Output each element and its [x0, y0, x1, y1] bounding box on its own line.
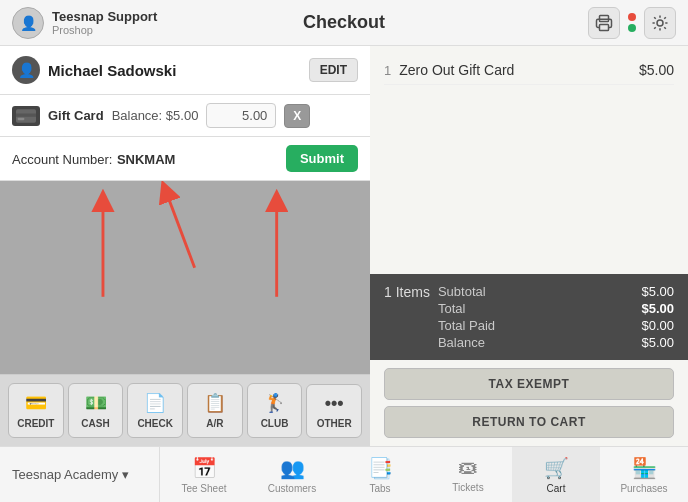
cart-icon: 🛒 — [544, 456, 569, 480]
club-label: CLUB — [261, 418, 289, 429]
action-buttons: TAX EXEMPT RETURN TO CART — [370, 360, 688, 446]
ar-button[interactable]: 📋 A/R — [187, 383, 243, 438]
edit-customer-button[interactable]: EDIT — [309, 58, 358, 82]
customer-info: 👤 Michael Sadowski — [12, 56, 176, 84]
svg-rect-1 — [600, 24, 609, 30]
status-dot-green — [628, 24, 636, 32]
right-panel: 1 Zero Out Gift Card $5.00 1 Items Subto… — [370, 46, 688, 446]
tickets-label: Tickets — [452, 482, 483, 493]
customer-row: 👤 Michael Sadowski EDIT — [0, 46, 370, 95]
return-to-cart-button[interactable]: RETURN TO CART — [384, 406, 674, 438]
cash-button[interactable]: 💵 CASH — [68, 383, 124, 438]
cash-icon: 💵 — [85, 392, 107, 414]
cart-label: Cart — [547, 483, 566, 494]
header: 👤 Teesnap Support Proshop Checkout — [0, 0, 688, 46]
customers-label: Customers — [268, 483, 316, 494]
club-icon: 🏌 — [264, 392, 286, 414]
credit-icon: 💳 — [25, 392, 47, 414]
nav-tabs[interactable]: 📑 Tabs — [336, 447, 424, 502]
svg-line-8 — [166, 191, 195, 268]
nav-cart[interactable]: 🛒 Cart — [512, 447, 600, 502]
customer-avatar: 👤 — [12, 56, 40, 84]
other-label: OTHER — [317, 418, 352, 429]
gift-card-label: Gift Card — [48, 108, 104, 123]
item-name: Zero Out Gift Card — [399, 62, 631, 78]
subtotal-value: $5.00 — [574, 284, 674, 299]
gift-card-icon — [12, 106, 40, 126]
tabs-icon: 📑 — [368, 456, 393, 480]
club-button[interactable]: 🏌 CLUB — [247, 383, 303, 438]
settings-button[interactable] — [644, 7, 676, 39]
ar-icon: 📋 — [204, 392, 226, 414]
bottom-nav: Teesnap Academy ▾ 📅 Tee Sheet 👥 Customer… — [0, 446, 688, 502]
table-row: 1 Zero Out Gift Card $5.00 — [384, 56, 674, 85]
dropdown-chevron-icon: ▾ — [122, 467, 129, 482]
ar-label: A/R — [206, 418, 223, 429]
nav-purchases[interactable]: 🏪 Purchases — [600, 447, 688, 502]
tee-sheet-label: Tee Sheet — [181, 483, 226, 494]
balance-value: $5.00 — [574, 335, 674, 350]
total-paid-key: Total Paid — [438, 318, 562, 333]
header-user-sub: Proshop — [52, 24, 157, 36]
svg-rect-5 — [18, 117, 25, 120]
other-button[interactable]: ••• OTHER — [306, 384, 362, 438]
header-left: 👤 Teesnap Support Proshop — [12, 7, 157, 39]
summary-totals: Subtotal $5.00 Total $5.00 Total Paid $0… — [438, 284, 674, 350]
check-label: CHECK — [137, 418, 173, 429]
check-button[interactable]: 📄 CHECK — [127, 383, 183, 438]
payment-row: 💳 CREDIT 💵 CASH 📄 CHECK 📋 A/R 🏌 CLUB ••• — [0, 374, 370, 446]
gift-card-clear-button[interactable]: X — [284, 104, 310, 128]
user-avatar: 👤 — [12, 7, 44, 39]
summary-top: 1 Items Subtotal $5.00 Total $5.00 Total… — [384, 284, 674, 350]
total-key: Total — [438, 301, 562, 316]
header-icons — [588, 7, 676, 39]
item-number: 1 — [384, 63, 391, 78]
purchases-icon: 🏪 — [632, 456, 657, 480]
account-info: Account Number: SNKMAM — [12, 150, 175, 168]
tee-sheet-icon: 📅 — [192, 456, 217, 480]
gray-area — [0, 181, 370, 374]
order-items: 1 Zero Out Gift Card $5.00 — [370, 46, 688, 274]
credit-button[interactable]: 💳 CREDIT — [8, 383, 64, 438]
tickets-icon: 🎟 — [458, 456, 478, 479]
other-icon: ••• — [325, 393, 344, 414]
customer-name: Michael Sadowski — [48, 62, 176, 79]
main-content: 👤 Michael Sadowski EDIT Gift Card Balanc… — [0, 46, 688, 446]
gift-card-balance: Balance: $5.00 — [112, 108, 199, 123]
credit-label: CREDIT — [17, 418, 54, 429]
account-row: Account Number: SNKMAM Submit — [0, 137, 370, 181]
total-value: $5.00 — [574, 301, 674, 316]
total-paid-value: $0.00 — [574, 318, 674, 333]
customers-icon: 👥 — [280, 456, 305, 480]
account-label: Account Number: — [12, 152, 112, 167]
tabs-label: Tabs — [369, 483, 390, 494]
subtotal-key: Subtotal — [438, 284, 562, 299]
summary-panel: 1 Items Subtotal $5.00 Total $5.00 Total… — [370, 274, 688, 360]
items-count-label: 1 Items — [384, 284, 430, 300]
header-user-name: Teesnap Support — [52, 9, 157, 24]
academy-label: Teesnap Academy — [12, 467, 118, 482]
check-icon: 📄 — [144, 392, 166, 414]
nav-customers[interactable]: 👥 Customers — [248, 447, 336, 502]
balance-key: Balance — [438, 335, 562, 350]
cash-label: CASH — [81, 418, 109, 429]
svg-point-2 — [657, 20, 663, 26]
nav-tickets[interactable]: 🎟 Tickets — [424, 447, 512, 502]
tax-exempt-button[interactable]: TAX EXEMPT — [384, 368, 674, 400]
purchases-label: Purchases — [620, 483, 667, 494]
academy-selector[interactable]: Teesnap Academy ▾ — [0, 447, 160, 502]
gift-card-amount-input[interactable] — [206, 103, 276, 128]
nav-tee-sheet[interactable]: 📅 Tee Sheet — [160, 447, 248, 502]
page-title: Checkout — [303, 12, 385, 33]
submit-button[interactable]: Submit — [286, 145, 358, 172]
item-price: $5.00 — [639, 62, 674, 78]
account-value: SNKMAM — [117, 152, 176, 167]
left-panel: 👤 Michael Sadowski EDIT Gift Card Balanc… — [0, 46, 370, 446]
svg-rect-4 — [16, 113, 36, 116]
printer-button[interactable] — [588, 7, 620, 39]
status-indicators — [628, 13, 636, 32]
header-user-info: Teesnap Support Proshop — [52, 9, 157, 36]
gift-card-row: Gift Card Balance: $5.00 X — [0, 95, 370, 137]
status-dot-red — [628, 13, 636, 21]
